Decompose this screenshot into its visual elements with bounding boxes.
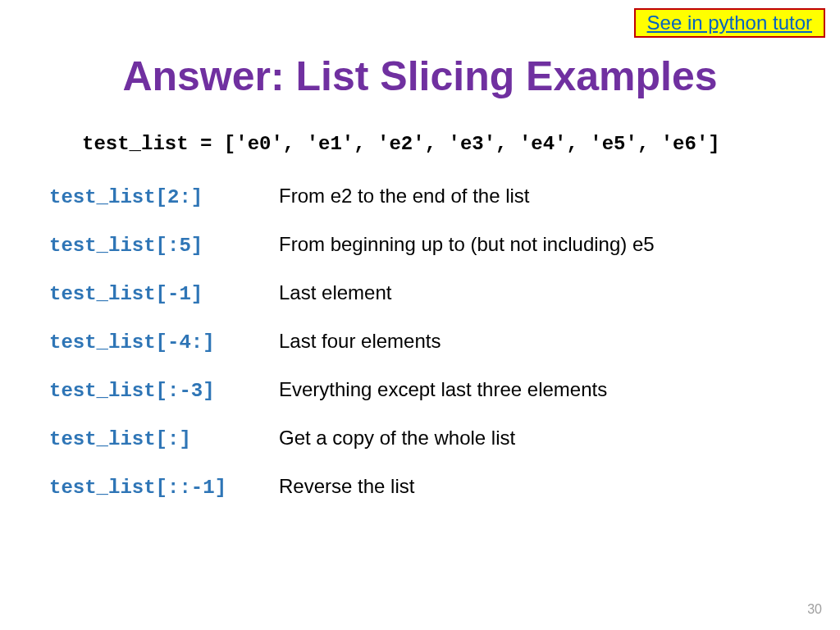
slice-expression: test_list[2:] <box>49 186 279 208</box>
example-row: test_list[:5] From beginning up to (but … <box>49 233 840 257</box>
example-row: test_list[:-3] Everything except last th… <box>49 378 840 402</box>
python-tutor-link[interactable]: See in python tutor <box>647 11 812 34</box>
slice-expression: test_list[:-3] <box>49 380 279 402</box>
example-row: test_list[2:] From e2 to the end of the … <box>49 185 840 208</box>
page-title: Answer: List Slicing Examples <box>0 52 840 100</box>
slice-expression: test_list[-4:] <box>49 331 279 354</box>
slice-description: From beginning up to (but not including)… <box>279 233 655 256</box>
example-rows: test_list[2:] From e2 to the end of the … <box>49 185 840 499</box>
example-row: test_list[-1] Last element <box>49 281 840 305</box>
page-number: 30 <box>807 602 822 617</box>
slice-expression: test_list[:5] <box>49 235 279 257</box>
slice-expression: test_list[::-1] <box>49 477 279 499</box>
list-definition: test_list = ['e0', 'e1', 'e2', 'e3', 'e4… <box>82 133 840 155</box>
python-tutor-link-box[interactable]: See in python tutor <box>634 8 825 38</box>
slice-description: From e2 to the end of the list <box>279 185 530 208</box>
example-row: test_list[-4:] Last four elements <box>49 330 840 354</box>
slice-description: Get a copy of the whole list <box>279 427 515 450</box>
slice-description: Reverse the list <box>279 475 414 498</box>
slice-description: Everything except last three elements <box>279 378 607 401</box>
example-row: test_list[:] Get a copy of the whole lis… <box>49 427 840 450</box>
slice-expression: test_list[:] <box>49 428 279 450</box>
slice-expression: test_list[-1] <box>49 283 279 305</box>
slice-description: Last four elements <box>279 330 441 353</box>
slice-description: Last element <box>279 281 391 304</box>
example-row: test_list[::-1] Reverse the list <box>49 475 840 499</box>
